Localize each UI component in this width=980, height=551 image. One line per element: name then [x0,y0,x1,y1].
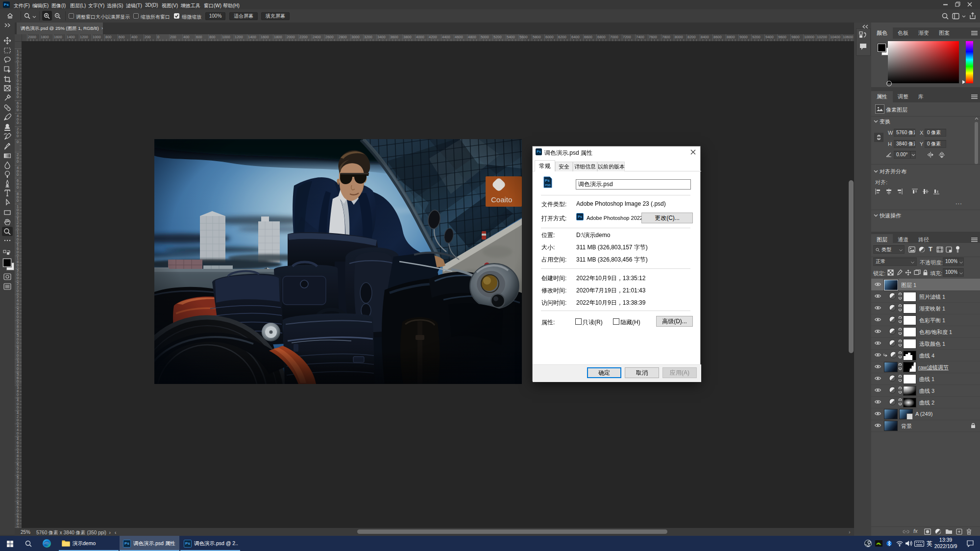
svg-text:Ps: Ps [545,178,550,183]
svg-text:PSD: PSD [545,184,551,187]
